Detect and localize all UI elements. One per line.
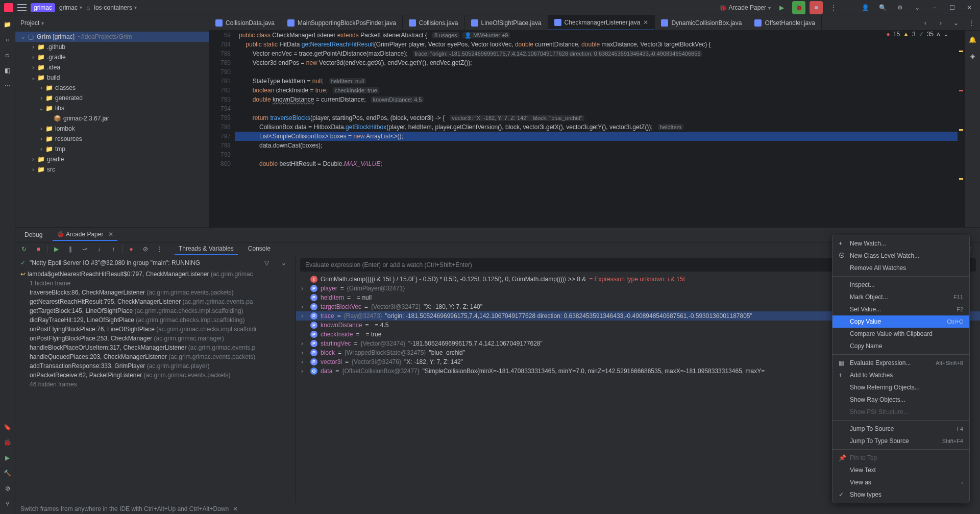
tree-node-build[interactable]: ⌄📁build bbox=[15, 72, 209, 83]
menu-item-view-as[interactable]: View as› bbox=[832, 476, 969, 488]
code-line[interactable]: double knownDistance = currentDistance; … bbox=[235, 95, 958, 104]
menu-item-new-watch[interactable]: +New Watch... bbox=[832, 237, 969, 250]
tree-node-grimac-2.3.67.jar[interactable]: 📦grimac-2.3.67.jar bbox=[15, 113, 209, 124]
stack-frame[interactable]: onPostFlyingBlockPlace:253, CheckManager… bbox=[15, 334, 296, 343]
pull-requests-icon[interactable]: ⫐ bbox=[3, 50, 13, 60]
inspect-nav-up-icon[interactable]: ʌ bbox=[937, 31, 940, 38]
run-icon[interactable]: ▶ bbox=[775, 1, 788, 14]
author-inlay[interactable]: 👤 MWHunter +9 bbox=[462, 32, 510, 38]
warning-count-icon[interactable]: ▲ bbox=[903, 31, 909, 38]
menu-item-mark-object[interactable]: Mark Object...F11 bbox=[832, 291, 969, 303]
menu-item-copy-value[interactable]: Copy ValueCtrl+C bbox=[832, 315, 969, 328]
tree-node-tmp[interactable]: ›📁tmp bbox=[15, 144, 209, 154]
line-number[interactable]: 792 bbox=[209, 86, 231, 95]
tree-node-gradle[interactable]: ›📁gradle bbox=[15, 154, 209, 164]
main-menu-icon[interactable] bbox=[17, 4, 27, 11]
inspect-nav-down-icon[interactable]: ⌄ bbox=[943, 31, 948, 38]
debug-session-tab[interactable]: 🐞 Arcade Paper ✕ bbox=[53, 229, 117, 241]
tab-more-icon[interactable]: ⋮ bbox=[965, 16, 978, 30]
code-line[interactable]: boolean checkInside = true; checkInside:… bbox=[235, 86, 958, 95]
menu-item-inspect[interactable]: Inspect... bbox=[832, 279, 969, 291]
problems-tool-icon[interactable]: ⊘ bbox=[3, 483, 13, 494]
vcs-tool-icon[interactable]: ⑂ bbox=[3, 499, 13, 509]
menu-item-show-ray-objects[interactable]: Show Ray Objects... bbox=[832, 394, 969, 406]
tree-node-.idea[interactable]: ›📁.idea bbox=[15, 62, 209, 72]
tree-node-.gradle[interactable]: ›📁.gradle bbox=[15, 52, 209, 62]
chevron-icon[interactable]: › bbox=[38, 84, 45, 91]
chevron-icon[interactable]: › bbox=[38, 125, 45, 132]
stack-frame[interactable]: onPostFlyingBlockPlace:76, LineOfSightPl… bbox=[15, 325, 296, 334]
code-with-me-icon[interactable]: 👤 bbox=[859, 1, 872, 14]
thread-title[interactable]: "Netty Epoll Server IO #3"@32,080 in gro… bbox=[30, 259, 200, 266]
user-badge[interactable]: grimac bbox=[31, 3, 55, 12]
bookmarks-icon[interactable]: 🔖 bbox=[3, 422, 13, 432]
tree-node-classes[interactable]: ›📁classes bbox=[15, 83, 209, 93]
usages-inlay[interactable]: 8 usages bbox=[432, 32, 459, 38]
line-number[interactable]: 788 bbox=[209, 49, 231, 58]
warning-count[interactable]: 3 bbox=[912, 31, 916, 38]
stack-frame[interactable]: 46 hidden frames bbox=[15, 380, 296, 389]
stack-frame[interactable]: onPacketReceive:62, PacketPingListener (… bbox=[15, 371, 296, 380]
mute-breakpoints-icon[interactable]: ⊘ bbox=[140, 243, 151, 255]
status-close-icon[interactable]: ✕ bbox=[233, 505, 238, 512]
close-session-icon[interactable]: ✕ bbox=[108, 231, 113, 238]
project-tree[interactable]: ⌄ ▢ Grim [grimac] ~/IdeaProjects/Grim ›📁… bbox=[15, 31, 209, 227]
code-editor[interactable]: ●15 ▲3 ✓35 ʌ ⌄ public class CheckManager… bbox=[235, 31, 958, 227]
error-count[interactable]: 15 bbox=[893, 31, 900, 38]
editor-tab[interactable]: CheckmanagerListener.java✕ bbox=[548, 15, 655, 31]
window-chevron-icon[interactable]: ⌄ bbox=[911, 1, 924, 14]
menu-item-evaluate-expression[interactable]: ▦Evaluate Expression...Alt+Shift+8 bbox=[832, 357, 969, 369]
stack-frame[interactable]: getTargetBlock:145, LineOfSightPlace (ac… bbox=[15, 306, 296, 315]
step-out-icon[interactable]: ↑ bbox=[108, 243, 119, 255]
line-number[interactable]: 796 bbox=[209, 123, 231, 132]
view-breakpoints-icon[interactable]: ● bbox=[126, 243, 137, 255]
code-line[interactable]: return traverseBlocks(player, startingPo… bbox=[235, 113, 958, 123]
stack-frame[interactable]: 1 hidden frame bbox=[15, 279, 296, 288]
filter-frames-icon[interactable]: ▽ bbox=[260, 256, 273, 270]
chevron-icon[interactable]: › bbox=[30, 64, 37, 71]
rerun-icon[interactable]: ↻ bbox=[18, 243, 30, 255]
stack-frame[interactable]: getNearestReachHitResult:795, CheckManag… bbox=[15, 297, 296, 306]
chevron-icon[interactable]: › bbox=[30, 166, 37, 173]
tab-scroll-right-icon[interactable]: › bbox=[934, 16, 947, 30]
user-dropdown[interactable]: grimac bbox=[59, 4, 82, 11]
chevron-icon[interactable]: ⌄ bbox=[30, 74, 37, 81]
editor-scrollbar[interactable] bbox=[958, 31, 965, 227]
editor-tab[interactable]: OffsetHandler.java bbox=[748, 15, 822, 31]
menu-item-show-types[interactable]: ✓Show types bbox=[832, 488, 969, 501]
chevron-right-icon[interactable]: › bbox=[301, 285, 307, 292]
menu-item-set-value[interactable]: Set Value...F2 bbox=[832, 303, 969, 315]
tree-node-.github[interactable]: ›📁.github bbox=[15, 42, 209, 52]
menu-item-jump-to-source[interactable]: Jump To SourceF4 bbox=[832, 423, 969, 435]
error-count-icon[interactable]: ● bbox=[886, 31, 890, 38]
stop-icon[interactable]: ■ bbox=[810, 1, 823, 14]
settings-icon[interactable]: ⚙ bbox=[893, 1, 906, 14]
stack-frame[interactable]: handleBlockPlaceOrUseItem:317, CheckMana… bbox=[15, 343, 296, 352]
build-tool-icon[interactable]: 🔨 bbox=[3, 468, 13, 478]
menu-item-remove-all-watches[interactable]: Remove All Watches bbox=[832, 262, 969, 274]
code-line[interactable]: data.downCast(boxes); bbox=[235, 141, 958, 150]
chevron-icon[interactable]: › bbox=[38, 94, 45, 102]
editor-tab[interactable]: MainSupportingBlockPosFinder.java bbox=[281, 15, 403, 31]
code-line[interactable]: public static HitData getNearestReachHit… bbox=[235, 40, 958, 49]
line-number[interactable]: 790 bbox=[209, 67, 231, 77]
debug-more-icon[interactable]: ⋮ bbox=[154, 243, 165, 255]
search-everywhere-icon[interactable]: 🔍 bbox=[876, 1, 889, 14]
chevron-icon[interactable]: ⌄ bbox=[38, 105, 45, 112]
menu-item-copy-name[interactable]: Copy Name bbox=[832, 340, 969, 352]
tree-node-resources[interactable]: ›📁resources bbox=[15, 134, 209, 144]
chevron-icon[interactable]: › bbox=[30, 43, 37, 51]
code-line[interactable]: Vector3d endPos = new Vector3d(endVec.ge… bbox=[235, 58, 958, 67]
run-tool-icon[interactable]: ▶ bbox=[3, 453, 13, 463]
menu-item-compare-value-with-clipboard[interactable]: Compare Value with Clipboard bbox=[832, 328, 969, 340]
tab-scroll-left-icon[interactable]: ‹ bbox=[919, 16, 932, 30]
chevron-down-icon[interactable]: ⌄ bbox=[19, 33, 27, 40]
editor-tab[interactable]: CollisionData.java bbox=[209, 15, 281, 31]
debug-tab[interactable]: Debug bbox=[20, 229, 46, 240]
menu-item-new-class-level-watch[interactable]: ⦿New Class Level Watch... bbox=[832, 250, 969, 262]
console-tab[interactable]: Console bbox=[244, 243, 275, 255]
maximize-icon[interactable]: ☐ bbox=[945, 1, 959, 14]
debug-tool-icon[interactable]: 🐞 bbox=[3, 437, 13, 448]
chevron-icon[interactable]: › bbox=[30, 54, 37, 61]
frames-dropdown-icon[interactable]: ⌄ bbox=[277, 256, 290, 270]
